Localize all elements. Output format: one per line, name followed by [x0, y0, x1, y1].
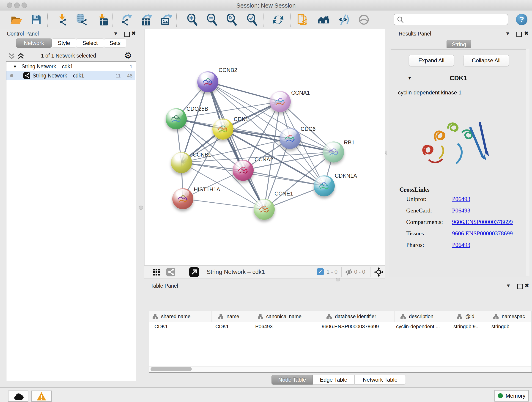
- column-header[interactable]: database identifier: [320, 311, 395, 322]
- results-panel-close-icon[interactable]: ✖: [524, 31, 528, 36]
- network-node-cdkn1a[interactable]: [314, 175, 335, 196]
- collapse-all-button[interactable]: Collapse All: [463, 55, 509, 66]
- crosslink-uniprot-link[interactable]: P06493: [452, 196, 470, 203]
- export-image-icon[interactable]: [160, 14, 172, 26]
- tab-edge-table[interactable]: Edge Table: [313, 375, 355, 385]
- warnings-button[interactable]: [31, 390, 52, 402]
- crosslink-genecard-link[interactable]: P06493: [452, 207, 470, 214]
- protein-structure-image: [411, 100, 505, 182]
- import-network-from-database-icon[interactable]: [76, 14, 88, 26]
- birds-eye-toggle-icon[interactable]: [374, 267, 384, 277]
- results-panel-float-icon[interactable]: [516, 32, 522, 37]
- column-tree-icon: [400, 314, 406, 319]
- column-tree-icon: [326, 314, 332, 319]
- table-panel-collapse-icon[interactable]: ▼: [506, 283, 511, 289]
- entry-name: CDK1: [391, 75, 526, 82]
- network-node-rb1[interactable]: [323, 141, 344, 162]
- control-panel-float-icon[interactable]: [124, 32, 130, 37]
- first-neighbors-icon[interactable]: [297, 14, 309, 26]
- tab-sets[interactable]: Sets: [104, 38, 126, 48]
- network-node-ccnb2[interactable]: [197, 71, 218, 92]
- left-splitter-handle[interactable]: [139, 206, 143, 210]
- node-label-ccnb2: CCNB2: [219, 67, 237, 73]
- network-options-gear-icon[interactable]: ⚙: [124, 51, 132, 60]
- save-session-icon[interactable]: [30, 14, 42, 26]
- crosslink-pharos-link[interactable]: P06493: [452, 242, 470, 249]
- crosslink-compartments-link[interactable]: 9606.ENSP00000378699: [452, 219, 513, 225]
- column-header[interactable]: @id: [452, 311, 490, 322]
- node-label-cdc25b: CDC25B: [186, 106, 208, 112]
- network-row-selected[interactable]: String Network – cdk1 11 48: [6, 71, 135, 80]
- table-panel-close-icon[interactable]: ✖: [525, 283, 529, 288]
- grid-view-icon[interactable]: [153, 269, 160, 276]
- network-canvas[interactable]: CCNB2CCNA1CDC25BCDK1CDC6RB1CCNB1CCNA2CDK…: [144, 29, 385, 266]
- node-label-cdkn1a: CDKN1A: [335, 172, 357, 179]
- network-node-ccne1[interactable]: [254, 199, 275, 220]
- network-node-cdk1[interactable]: [212, 119, 234, 140]
- network-selection-status: 1 of 1 Network selected: [0, 53, 137, 59]
- column-header[interactable]: namespac: [490, 311, 531, 322]
- node-label-ccna2: CCNA2: [254, 156, 273, 163]
- hide-selected-icon[interactable]: [338, 14, 350, 26]
- string-view-icon[interactable]: [166, 268, 175, 276]
- open-session-icon[interactable]: [10, 14, 22, 26]
- cloud-icon: [12, 392, 24, 400]
- import-table-icon[interactable]: [96, 14, 108, 26]
- control-panel-close-icon[interactable]: ✖: [132, 31, 136, 36]
- network-collection-row[interactable]: ▼ String Network – cdk1 1: [6, 63, 135, 71]
- show-all-icon[interactable]: [358, 14, 370, 26]
- results-scrollbar[interactable]: [526, 49, 530, 276]
- zoom-fit-icon[interactable]: [226, 14, 238, 26]
- protein-ribbon-thumbnail: [172, 188, 193, 209]
- network-node-hist1h1a[interactable]: [172, 188, 193, 209]
- detach-view-icon[interactable]: [189, 267, 199, 277]
- apply-layout-icon[interactable]: [272, 14, 284, 26]
- network-node-ccnb1[interactable]: [171, 152, 192, 173]
- tab-style[interactable]: Style: [52, 38, 76, 48]
- table-hscrollbar-thumb[interactable]: [151, 367, 192, 371]
- selected-checkbox-icon[interactable]: ✓: [317, 268, 324, 275]
- column-header[interactable]: canonical name: [251, 311, 320, 322]
- tab-network[interactable]: Network: [16, 38, 52, 48]
- node-label-cdk1: CDK1: [234, 116, 248, 122]
- network-node-ccna1[interactable]: [270, 91, 291, 112]
- node-result-header[interactable]: ▼ CDK1: [391, 72, 526, 85]
- status-bar: Memory: [0, 387, 532, 402]
- results-panel-collapse-icon[interactable]: ▼: [505, 31, 510, 37]
- help-button[interactable]: ?: [516, 14, 527, 25]
- memory-button[interactable]: Memory: [494, 390, 529, 402]
- zoom-out-icon[interactable]: [206, 14, 218, 26]
- tab-node-table[interactable]: Node Table: [272, 375, 313, 385]
- table-panel-float-icon[interactable]: [517, 284, 523, 289]
- home-networks-icon[interactable]: [317, 14, 329, 26]
- warning-icon: [36, 392, 47, 401]
- network-node-cdc6[interactable]: [279, 128, 301, 149]
- search-input[interactable]: [406, 15, 505, 23]
- network-node-ccna2[interactable]: [233, 160, 254, 181]
- expand-all-button[interactable]: Expand All: [409, 55, 454, 66]
- tab-select[interactable]: Select: [76, 38, 104, 48]
- column-tree-icon: [457, 314, 462, 319]
- application-window: Session: New Session: [0, 0, 532, 402]
- import-network-icon[interactable]: [56, 14, 68, 26]
- network-status-dot: [10, 74, 13, 77]
- export-table-icon[interactable]: [140, 14, 152, 26]
- memory-status-dot: [498, 393, 503, 398]
- cloud-services-button[interactable]: [8, 390, 28, 402]
- network-collection-count: 1: [130, 64, 133, 70]
- export-network-icon[interactable]: [120, 14, 133, 26]
- table-hscrollbar: [149, 366, 531, 372]
- crosslink-tissues-link[interactable]: 9606.ENSP00000378699: [452, 230, 513, 237]
- network-node-cdc25b[interactable]: [166, 108, 187, 129]
- column-header[interactable]: description: [394, 311, 452, 322]
- zoom-in-icon[interactable]: [187, 14, 199, 26]
- crosslinks-title: CrossLinks: [399, 186, 430, 193]
- tree-expanded-icon[interactable]: ▼: [13, 64, 17, 69]
- column-header[interactable]: shared name: [149, 311, 211, 322]
- zoom-selected-icon[interactable]: [247, 14, 259, 26]
- table-row[interactable]: CDK1 CDK1 P06493 9606.ENSP00000378699 cy…: [149, 322, 531, 332]
- column-header[interactable]: name: [211, 311, 251, 322]
- control-panel-collapse-icon[interactable]: ▼: [113, 31, 118, 37]
- toolbar-separator: [263, 13, 264, 27]
- tab-network-table[interactable]: Network Table: [355, 375, 406, 385]
